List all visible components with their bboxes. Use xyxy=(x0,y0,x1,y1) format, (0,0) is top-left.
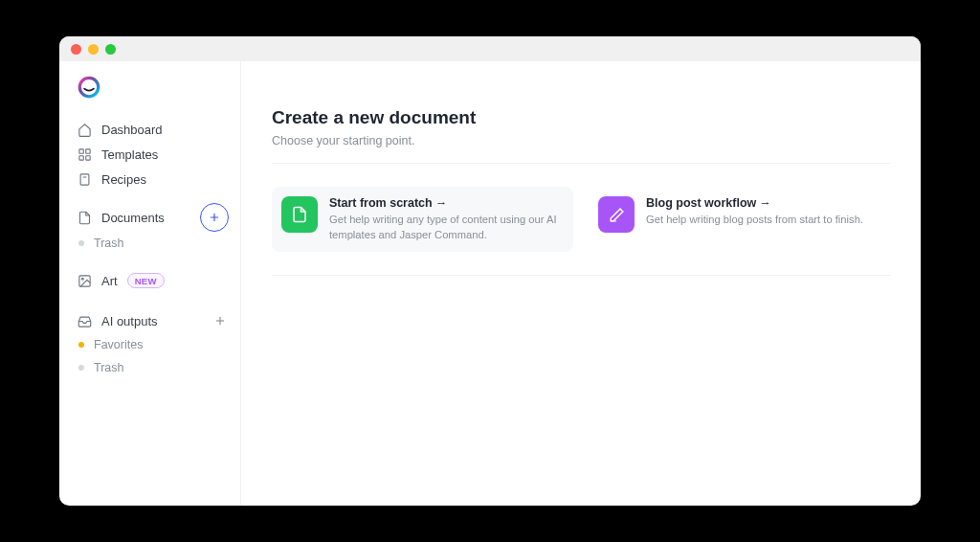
add-document-button[interactable] xyxy=(200,203,229,232)
bullet-icon xyxy=(78,240,84,246)
app-logo-icon xyxy=(77,75,101,100)
sidebar-item-label: Trash xyxy=(94,361,124,374)
svg-rect-2 xyxy=(85,148,89,152)
page-icon xyxy=(77,171,92,187)
main-content: Create a new document Choose your starti… xyxy=(241,61,921,506)
window-maximize-button[interactable] xyxy=(105,44,116,55)
svg-point-0 xyxy=(79,78,99,97)
sidebar-item-recipes[interactable]: Recipes xyxy=(71,167,229,192)
sidebar-item-label: AI outputs xyxy=(101,314,158,328)
svg-rect-1 xyxy=(78,148,82,152)
sidebar-item-ai-outputs[interactable]: AI outputs xyxy=(71,308,212,333)
card-description: Get help writing any type of content usi… xyxy=(329,213,564,242)
window-close-button[interactable] xyxy=(71,44,81,55)
grid-icon xyxy=(77,147,92,162)
home-icon xyxy=(77,122,92,137)
sidebar-item-label: Documents xyxy=(101,211,165,225)
new-badge: NEW xyxy=(127,273,165,288)
inbox-icon xyxy=(77,313,92,328)
divider xyxy=(272,163,890,164)
window-minimize-button[interactable] xyxy=(88,44,99,55)
sidebar-item-label: Art xyxy=(101,274,118,288)
bullet-icon xyxy=(78,365,84,371)
sidebar-item-templates[interactable]: Templates xyxy=(71,142,229,167)
document-blank-icon xyxy=(281,196,318,233)
document-icon xyxy=(77,210,92,225)
page-subtitle: Choose your starting point. xyxy=(272,134,890,147)
card-description: Get help writing blog posts from start t… xyxy=(646,213,863,228)
arrow-right-icon: → xyxy=(759,196,771,210)
sidebar-item-label: Trash xyxy=(94,237,124,250)
svg-rect-4 xyxy=(85,155,89,159)
sidebar-item-label: Templates xyxy=(101,147,158,162)
arrow-right-icon: → xyxy=(435,196,448,210)
app-window: Dashboard Templates Recipes xyxy=(59,36,921,506)
card-start-from-scratch[interactable]: Start from scratch→ Get help writing any… xyxy=(272,187,573,252)
svg-point-10 xyxy=(81,278,83,280)
sidebar-item-documents[interactable]: Documents xyxy=(71,205,200,230)
app-body: Dashboard Templates Recipes xyxy=(59,61,921,506)
sidebar-item-dashboard[interactable]: Dashboard xyxy=(71,117,229,142)
sidebar-item-label: Recipes xyxy=(101,172,146,187)
sidebar-item-label: Favorites xyxy=(94,338,143,351)
titlebar xyxy=(59,36,921,61)
svg-rect-5 xyxy=(80,173,89,184)
sidebar: Dashboard Templates Recipes xyxy=(59,61,241,506)
bullet-icon xyxy=(78,342,84,348)
sidebar-item-art[interactable]: Art NEW xyxy=(71,268,229,293)
svg-rect-3 xyxy=(78,155,82,159)
card-blog-post-workflow[interactable]: Blog post workflow→ Get help writing blo… xyxy=(589,187,890,252)
add-ai-output-button[interactable] xyxy=(212,312,229,329)
sidebar-item-label: Dashboard xyxy=(101,123,163,137)
card-title: Blog post workflow→ xyxy=(646,196,863,210)
sidebar-item-ai-trash[interactable]: Trash xyxy=(71,356,229,379)
starting-point-cards: Start from scratch→ Get help writing any… xyxy=(272,187,890,276)
page-title: Create a new document xyxy=(272,107,890,128)
image-icon xyxy=(77,273,92,288)
card-title: Start from scratch→ xyxy=(329,196,564,210)
sidebar-item-documents-trash[interactable]: Trash xyxy=(71,232,229,255)
pen-icon xyxy=(598,196,635,233)
sidebar-item-favorites[interactable]: Favorites xyxy=(71,333,229,356)
